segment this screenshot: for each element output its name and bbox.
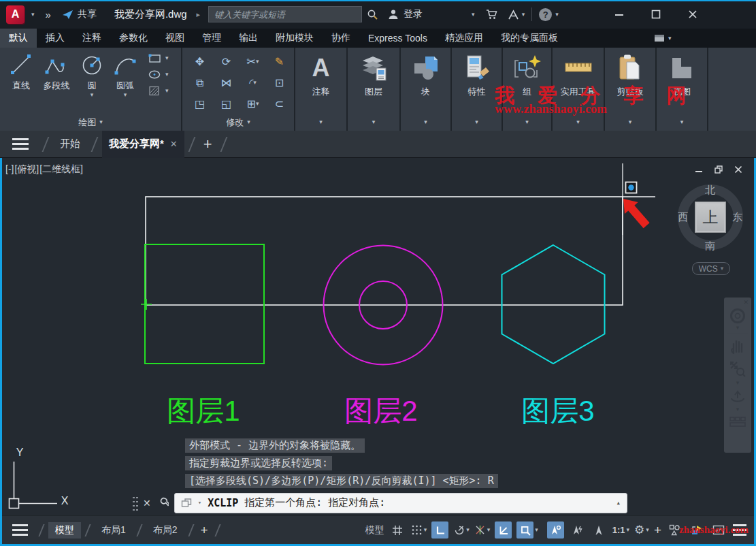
layer1-label[interactable]: 图层1 [167,395,240,427]
arc-dropdown-icon[interactable]: ▾ [124,92,127,98]
zoom-extents-icon[interactable] [729,360,746,378]
filename-flyout-icon[interactable]: ▸ [197,10,201,19]
window-minimize-button[interactable] [614,10,624,19]
model-tab[interactable]: 模型 [48,522,81,539]
window-close-button[interactable] [688,10,697,19]
ribbon-tab-collaborate[interactable]: 协作 [323,29,359,48]
navigation-wheel-icon[interactable] [729,307,746,325]
tool-erase[interactable]: ✎ [266,51,293,72]
command-history-toggle-icon[interactable]: ▴ [616,498,621,507]
tool-stretch[interactable]: ◳ [186,93,213,114]
orbit-dropdown-icon[interactable]: ▾ [736,406,740,413]
search-input[interactable] [208,6,362,22]
tool-ellipse[interactable]: ▾ [148,69,169,80]
tool-array[interactable]: ⊞▾ [240,93,266,114]
drawing-close-button[interactable] [734,165,742,174]
layer3-label[interactable]: 图层3 [521,395,594,427]
tool-3d-box[interactable]: ⊡ [266,72,293,93]
tool-move[interactable]: ✥ [186,51,213,72]
drawing-minimize-button[interactable] [695,165,703,174]
workspace-switching[interactable]: ⚙ ▾ [634,523,649,537]
viewcube-east[interactable]: 东 [732,211,742,224]
zoom-dropdown-icon[interactable]: ▾ [736,380,740,386]
annotation-visibility-toggle[interactable] [547,521,564,539]
help-dropdown-icon[interactable]: ▾ [555,12,559,18]
viewport-minimize-control[interactable]: [-] [5,163,14,176]
tool-polyline[interactable]: 多段线 [37,52,76,98]
snap-mode-toggle[interactable]: ▾ [411,524,427,536]
ribbon-tab-insert[interactable]: 插入 [37,29,73,48]
polar-tracking-toggle[interactable]: ▾ [453,524,470,536]
ribbon-tab-custom-panel[interactable]: 我的专属面板 [492,29,567,48]
quick-access-expand-icon[interactable]: » [46,9,50,20]
panel-clipboard[interactable]: 剪贴板 ▾ [605,48,657,131]
panel-group[interactable]: 组 ▾ [503,48,553,131]
isolate-objects-button[interactable] [666,521,683,539]
user-icon[interactable] [388,9,399,20]
wcs-menu[interactable]: WCS ▾ [692,262,730,275]
clean-screen-button[interactable] [710,521,727,539]
panel-modify-footer[interactable]: 修改 ▾ [182,115,294,131]
panel-annotate[interactable]: A 注释 ▾ [295,48,348,131]
layer1-rectangle[interactable] [145,244,264,364]
wheel-dropdown-icon[interactable]: ▾ [736,325,740,331]
tool-offset[interactable]: ⊂ [266,93,293,114]
tool-fillet[interactable]: ◜▾ [240,72,266,93]
panel-flyout-icon[interactable]: ▾ [629,119,632,125]
drawing-restore-button[interactable] [714,165,723,174]
drawing-canvas[interactable]: 图层1 图层2 图层3 Y X [-] [俯视] [二维线框] 北 [0,158,756,515]
customization-plus-button[interactable]: + [654,523,661,538]
ortho-mode-toggle[interactable] [431,521,448,539]
panel-view[interactable]: 视图 ▾ [657,48,708,131]
tool-line[interactable]: 直线 [5,52,37,98]
app-menu-dropdown-icon[interactable]: ▾ [31,12,35,18]
tool-trim[interactable]: ✂▾ [240,51,266,72]
new-tab-button[interactable]: + [203,135,212,153]
model-space-indicator[interactable]: 模型 [365,524,384,536]
grid-display-toggle[interactable] [389,521,406,539]
tool-copy[interactable]: ⧉ [186,72,213,93]
ribbon-tab-parametric[interactable]: 参数化 [110,29,157,48]
viewport-visual-style-control[interactable]: [二维线框] [39,163,83,176]
app-menu-button[interactable]: A [6,5,24,24]
file-tab-close-icon[interactable]: ✕ [170,139,178,149]
file-tab-start[interactable]: 开始 [53,138,87,150]
ribbon-collapse-button[interactable]: ▾ [654,29,672,48]
dock-drag-handle[interactable] [132,496,138,511]
panel-flyout-icon[interactable]: ▾ [372,119,376,125]
annotation-autoscale-toggle[interactable] [569,521,586,539]
panel-draw-footer[interactable]: 绘图 ▾ [0,115,181,131]
panel-flyout-icon[interactable]: ▾ [424,119,427,125]
tool-circle[interactable]: 圆 ▾ [76,52,108,98]
layout-menu-icon[interactable] [12,524,28,536]
viewcube-top-face[interactable]: 上 [695,202,726,233]
showmotion-icon[interactable] [729,415,746,428]
tool-arc[interactable]: 圆弧 ▾ [108,52,143,98]
ribbon-tab-addins[interactable]: 附加模块 [267,29,323,48]
viewcube-west[interactable]: 西 [678,211,688,224]
ribbon-tab-express-tools[interactable]: Express Tools [359,29,436,48]
panel-layers[interactable]: 图层 ▾ [348,48,401,131]
signin-button[interactable]: 登录 [404,8,423,20]
tool-rotate[interactable]: ⟳ [213,51,240,72]
layer2-label[interactable]: 图层2 [344,395,417,427]
ribbon-tab-default[interactable]: 默认 [0,29,37,48]
viewport-view-control[interactable]: [俯视] [14,163,39,176]
layout1-tab[interactable]: 布局1 [95,522,133,539]
share-button[interactable]: 共享 [62,8,97,20]
window-maximize-button[interactable] [651,10,661,19]
autodesk-dropdown-icon[interactable]: ▾ [522,12,525,18]
graphics-performance-button[interactable] [688,521,705,539]
panel-block[interactable]: 块 ▾ [401,48,452,131]
circle-dropdown-icon[interactable]: ▾ [91,92,94,98]
ribbon-tab-annotate[interactable]: 注释 [73,29,110,48]
command-dropdown-icon[interactable]: ▾ [198,500,201,506]
annotation-scale-value[interactable]: 1:1 ▾ [612,525,629,535]
tool-hatch[interactable]: ▾ [148,86,169,96]
object-snap-toggle[interactable]: ▾ [516,521,538,539]
ribbon-tab-view[interactable]: 视图 [157,29,193,48]
command-input[interactable]: ▾ XCLIP 指定第一个角点: 指定对角点: ▴ [174,493,627,513]
help-button[interactable]: ? [539,8,552,21]
navigation-bar[interactable]: ✕ ▾ ▾ ▾ [724,298,751,453]
ribbon-tab-manage[interactable]: 管理 [193,29,230,48]
